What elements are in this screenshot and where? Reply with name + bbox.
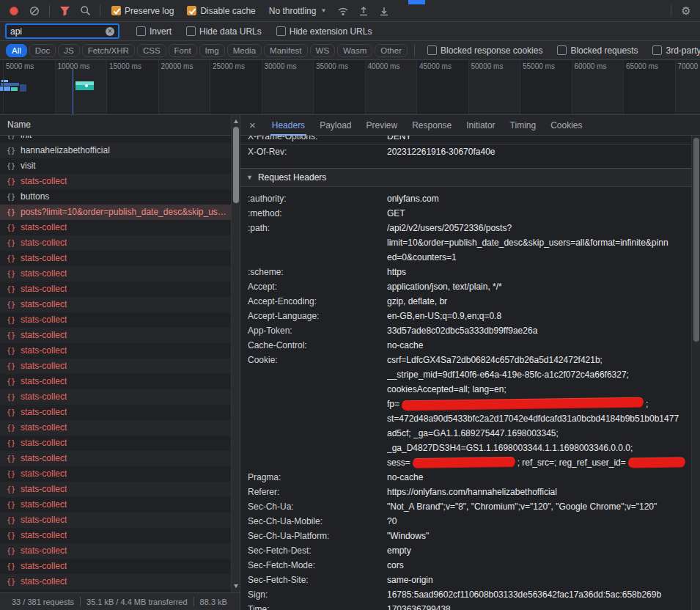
- type-filter-doc[interactable]: Doc: [29, 44, 56, 57]
- preserve-log-checkbox[interactable]: Preserve log: [111, 6, 174, 16]
- type-filter-ws[interactable]: WS: [310, 44, 336, 57]
- request-row[interactable]: {}stats-collect: [0, 574, 240, 589]
- filter-toggle-button[interactable]: [55, 2, 74, 20]
- request-row[interactable]: {}stats-collect: [0, 497, 240, 512]
- request-row[interactable]: {}posts?limit=10&order=publish_date_desc…: [0, 205, 240, 220]
- type-filter-img[interactable]: Img: [199, 44, 225, 57]
- blocked-response-cookies-checkbox[interactable]: Blocked response cookies: [427, 45, 542, 56]
- request-row[interactable]: {}stats-collect: [0, 389, 240, 405]
- request-row[interactable]: {}stats-collect: [0, 436, 240, 451]
- type-filter-manifest[interactable]: Manifest: [264, 44, 307, 57]
- invert-checkbox[interactable]: Invert: [136, 26, 172, 37]
- record-button[interactable]: [4, 2, 23, 20]
- hide-data-urls-label: Hide data URLs: [199, 26, 262, 37]
- filter-input[interactable]: api ×: [6, 24, 119, 38]
- scroll-down-icon[interactable]: [234, 584, 238, 588]
- request-name: stats-collect: [21, 174, 67, 189]
- header-value: GET: [387, 206, 691, 221]
- request-row[interactable]: {}stats-collect: [0, 420, 240, 436]
- tab-preview[interactable]: Preview: [359, 115, 405, 136]
- import-har-button[interactable]: [354, 2, 373, 20]
- request-name: stats-collect: [21, 297, 67, 312]
- tab-response[interactable]: Response: [405, 115, 459, 136]
- throttling-select[interactable]: No throttling ▼: [269, 6, 327, 16]
- blocked-requests-checkbox[interactable]: Blocked requests: [557, 45, 638, 56]
- request-row[interactable]: {}stats-collect: [0, 343, 240, 359]
- request-row[interactable]: {}stats-collect: [0, 328, 240, 343]
- overview-tick-label: 55000 ms: [523, 62, 555, 70]
- request-row[interactable]: {}stats-collect: [0, 559, 240, 574]
- request-name: stats-collect: [21, 389, 67, 405]
- header-name: :method:: [240, 206, 387, 221]
- type-filter-all[interactable]: All: [6, 44, 27, 57]
- header-name: Sec-Fetch-Mode:: [240, 558, 387, 573]
- type-filter-js[interactable]: JS: [58, 44, 79, 57]
- clear-button[interactable]: [25, 2, 44, 20]
- header-name: Pragma:: [240, 470, 387, 485]
- toolbar-separator: [49, 5, 50, 17]
- scrollbar-thumb[interactable]: [693, 138, 699, 342]
- tab-timing[interactable]: Timing: [503, 115, 544, 136]
- network-conditions-button[interactable]: [334, 2, 353, 20]
- request-row[interactable]: {}visit: [0, 158, 240, 174]
- type-filter-wasm[interactable]: Wasm: [337, 44, 372, 57]
- close-icon[interactable]: ×: [240, 119, 265, 131]
- type-filter-css[interactable]: CSS: [137, 44, 166, 57]
- requests-scrollbar[interactable]: [231, 115, 240, 592]
- request-icon: {}: [6, 220, 16, 235]
- details-scrollbar[interactable]: [691, 136, 700, 610]
- scroll-up-icon[interactable]: [234, 120, 238, 123]
- request-row[interactable]: {}stats-collect: [0, 374, 240, 389]
- disable-cache-checkbox[interactable]: Disable cache: [187, 6, 255, 16]
- type-filter-fetchxhr[interactable]: Fetch/XHR: [82, 44, 135, 57]
- tab-payload[interactable]: Payload: [312, 115, 358, 136]
- request-row[interactable]: {}init: [0, 136, 240, 143]
- request-row[interactable]: {}stats-collect: [0, 405, 240, 420]
- request-icon: {}: [6, 374, 16, 389]
- type-filter-media[interactable]: Media: [227, 44, 262, 57]
- name-column-header[interactable]: Name: [0, 115, 240, 136]
- clear-filter-icon[interactable]: ×: [106, 27, 114, 36]
- overview-strip[interactable]: 5000 ms10000 ms15000 ms20000 ms25000 ms3…: [0, 60, 700, 115]
- request-row[interactable]: {}stats-collect: [0, 235, 240, 251]
- request-row[interactable]: {}stats-collect: [0, 251, 240, 266]
- request-icon: {}: [6, 205, 16, 220]
- request-row[interactable]: {}stats-collect: [0, 528, 240, 543]
- overview-gridline: [3, 60, 4, 114]
- request-row[interactable]: {}stats-collect: [0, 466, 240, 482]
- request-row[interactable]: {}stats-collect: [0, 312, 240, 328]
- tab-cookies[interactable]: Cookies: [543, 115, 589, 136]
- type-filter-font[interactable]: Font: [169, 44, 197, 57]
- tab-headers[interactable]: Headers: [265, 115, 312, 136]
- request-row[interactable]: {}stats-collect: [0, 282, 240, 297]
- checkbox-unchecked-icon: [186, 26, 196, 36]
- hide-data-urls-checkbox[interactable]: Hide data URLs: [186, 26, 262, 37]
- request-row[interactable]: {}stats-collect: [0, 297, 240, 312]
- search-button[interactable]: [75, 2, 95, 20]
- scrollbar-thumb[interactable]: [233, 127, 239, 203]
- export-har-button[interactable]: [375, 2, 394, 20]
- request-row[interactable]: {}stats-collect: [0, 543, 240, 559]
- header-row: :path:/api2/v2/users/20572336/posts?limi…: [240, 221, 691, 265]
- request-row[interactable]: {}hannahelizabethofficial: [0, 143, 240, 158]
- header-value-line: 202312261916-30670fa40e: [387, 144, 691, 159]
- third-party-requests-checkbox[interactable]: 3rd-party requests: [652, 45, 700, 56]
- request-row[interactable]: {}stats-collect: [0, 174, 240, 189]
- request-row[interactable]: {}buttons: [0, 189, 240, 205]
- hide-extension-urls-checkbox[interactable]: Hide extension URLs: [276, 26, 372, 37]
- tab-initiator[interactable]: Initiator: [459, 115, 502, 136]
- request-icon: {}: [6, 359, 16, 374]
- request-row[interactable]: {}stats-collect: [0, 482, 240, 497]
- type-filter-other[interactable]: Other: [375, 44, 408, 57]
- request-headers-section[interactable]: ▼ Request Headers: [240, 168, 691, 187]
- request-row[interactable]: {}stats-collect: [0, 266, 240, 282]
- header-value: DENY: [387, 136, 691, 144]
- settings-gear-icon[interactable]: ⚙: [677, 2, 696, 20]
- checkbox-checked-icon: [111, 6, 121, 15]
- request-row[interactable]: {}stats-collect: [0, 451, 240, 466]
- request-icon: {}: [6, 328, 16, 343]
- header-value-line: empty: [387, 543, 691, 558]
- request-row[interactable]: {}stats-collect: [0, 512, 240, 528]
- request-row[interactable]: {}stats-collect: [0, 359, 240, 374]
- request-row[interactable]: {}stats-collect: [0, 220, 240, 235]
